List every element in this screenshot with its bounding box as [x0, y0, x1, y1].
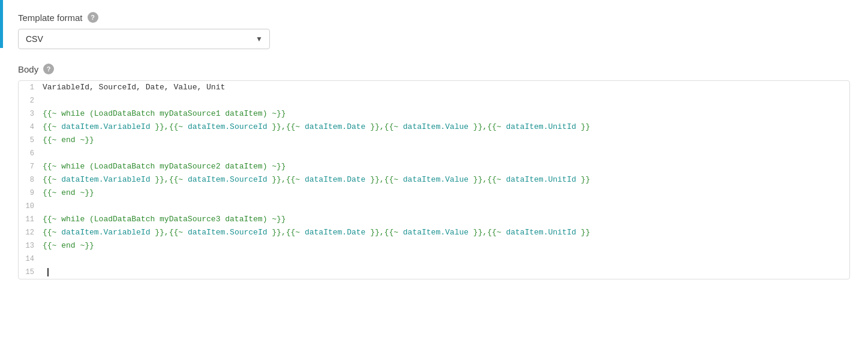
line-number: 11	[19, 213, 43, 226]
line-content: {{~ dataItem.VariableId }},{{~ dataItem.…	[43, 121, 849, 134]
line-number: 15	[19, 266, 43, 279]
code-token: {{~	[385, 175, 403, 184]
code-token: }},	[365, 122, 384, 131]
code-token: {{~ end ~}}	[43, 136, 94, 145]
code-line: 7{{~ while (LoadDataBatch myDataSource2 …	[19, 160, 849, 173]
line-number: 7	[19, 160, 43, 173]
code-line: 8{{~ dataItem.VariableId }},{{~ dataItem…	[19, 173, 849, 186]
code-token: }},	[468, 175, 487, 184]
code-line: 2	[19, 94, 849, 107]
code-token: {{~	[286, 175, 305, 184]
code-token: {{~ end ~}}	[43, 241, 94, 250]
code-token: }},	[150, 228, 169, 237]
code-token: VariableId, SourceId, Date, Value, Unit	[43, 83, 225, 92]
code-token: {{~	[169, 122, 188, 131]
code-token: dataItem.UnitId	[506, 228, 576, 237]
code-token: {{~	[487, 175, 506, 184]
line-content: VariableId, SourceId, Date, Value, Unit	[43, 81, 849, 94]
code-editor[interactable]: 1VariableId, SourceId, Date, Value, Unit…	[18, 80, 850, 279]
code-token: dataItem.Date	[305, 228, 365, 237]
code-line: 10	[19, 200, 849, 213]
code-token: dataItem.UnitId	[506, 122, 576, 131]
code-line: 9{{~ end ~}}	[19, 186, 849, 200]
code-token: {{~ while (LoadDataBatch myDataSource2 d…	[43, 162, 286, 171]
code-token: {{~	[487, 228, 506, 237]
line-content	[43, 94, 849, 107]
code-line: 13{{~ end ~}}	[19, 239, 849, 252]
code-token: dataItem.SourceId	[188, 122, 268, 131]
line-content: {{~ dataItem.VariableId }},{{~ dataItem.…	[43, 226, 849, 239]
code-line: 5{{~ end ~}}	[19, 134, 849, 147]
code-token: {{~ end ~}}	[43, 188, 94, 197]
code-line: 14	[19, 252, 849, 266]
code-token: {{~	[43, 175, 61, 184]
code-line: 12{{~ dataItem.VariableId }},{{~ dataIte…	[19, 226, 849, 239]
line-number: 9	[19, 186, 43, 200]
line-number: 5	[19, 134, 43, 147]
code-token: }},	[150, 175, 169, 184]
code-token: }}	[576, 228, 590, 237]
code-token: dataItem.Value	[403, 228, 468, 237]
code-token: dataItem.SourceId	[188, 175, 268, 184]
code-token: {{~	[286, 122, 305, 131]
code-token: {{~	[286, 228, 305, 237]
format-select[interactable]: CSV JSON XML	[18, 29, 270, 49]
code-token: dataItem.UnitId	[506, 175, 576, 184]
line-content: {{~ end ~}}	[43, 239, 849, 252]
code-token: dataItem.VariableId	[61, 228, 150, 237]
code-token: }},	[268, 122, 286, 131]
code-token: }},	[268, 175, 286, 184]
code-line: 1VariableId, SourceId, Date, Value, Unit	[19, 81, 849, 94]
code-token: {{~	[43, 228, 61, 237]
code-token: dataItem.Value	[403, 175, 468, 184]
line-number: 12	[19, 226, 43, 239]
code-line: 4{{~ dataItem.VariableId }},{{~ dataItem…	[19, 121, 849, 134]
code-token: }},	[365, 228, 384, 237]
code-token: }}	[576, 122, 590, 131]
body-label: Body	[18, 64, 38, 74]
code-token: {{~	[169, 175, 188, 184]
body-help-icon[interactable]: ?	[43, 64, 54, 74]
body-section: Body ? 1VariableId, SourceId, Date, Valu…	[18, 64, 850, 279]
line-content	[43, 266, 849, 279]
line-number: 14	[19, 252, 43, 266]
template-format-section: Template format ?	[18, 12, 850, 23]
line-content: {{~ end ~}}	[43, 186, 849, 200]
code-line: 11{{~ while (LoadDataBatch myDataSource3…	[19, 213, 849, 226]
code-token: dataItem.VariableId	[61, 122, 150, 131]
page-container: Template format ? CSV JSON XML ▼ Body ? …	[0, 0, 868, 346]
code-line: 15	[19, 266, 849, 279]
template-format-help-icon[interactable]: ?	[88, 12, 98, 23]
line-number: 1	[19, 81, 43, 94]
code-token: {{~	[43, 122, 61, 131]
format-select-wrapper: CSV JSON XML ▼	[18, 29, 270, 49]
code-line: 6	[19, 147, 849, 160]
code-token: }},	[365, 175, 384, 184]
line-content	[43, 252, 849, 266]
line-number: 6	[19, 147, 43, 160]
code-token: {{~	[487, 122, 506, 131]
code-line: 3{{~ while (LoadDataBatch myDataSource1 …	[19, 107, 849, 121]
code-token: }},	[150, 122, 169, 131]
code-token: dataItem.Date	[305, 122, 365, 131]
code-token: dataItem.Date	[305, 175, 365, 184]
code-token: }},	[268, 228, 286, 237]
code-token: {{~	[169, 228, 188, 237]
code-token: {{~	[385, 122, 403, 131]
code-token: dataItem.SourceId	[188, 228, 268, 237]
line-content	[43, 147, 849, 160]
line-number: 8	[19, 173, 43, 186]
code-token: }},	[468, 122, 487, 131]
body-label-row: Body ?	[18, 64, 850, 74]
line-content: {{~ dataItem.VariableId }},{{~ dataItem.…	[43, 173, 849, 186]
line-number: 10	[19, 200, 43, 213]
code-token: dataItem.Value	[403, 122, 468, 131]
line-number: 3	[19, 107, 43, 121]
template-format-label: Template format	[18, 13, 83, 23]
code-token: {{~	[385, 228, 403, 237]
code-token: {{~ while (LoadDataBatch myDataSource3 d…	[43, 215, 286, 224]
text-cursor	[47, 268, 49, 276]
line-number: 4	[19, 121, 43, 134]
code-token: }},	[468, 228, 487, 237]
line-content: {{~ end ~}}	[43, 134, 849, 147]
